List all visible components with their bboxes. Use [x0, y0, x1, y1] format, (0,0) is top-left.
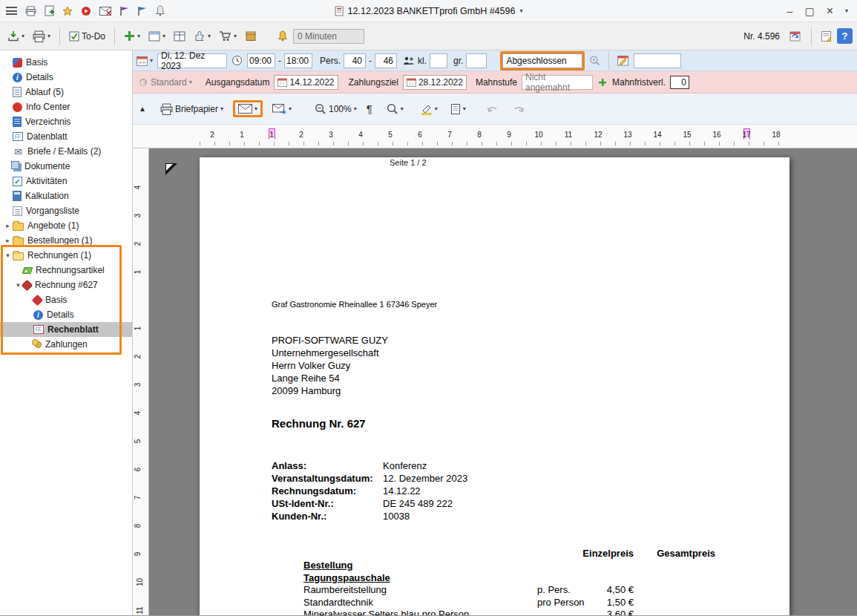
flag-blue-icon[interactable] [137, 6, 147, 16]
briefpapier-button[interactable]: Briefpapier ▾ [157, 101, 226, 117]
forward-email-button[interactable]: ▾ [269, 102, 295, 117]
chevron-right-icon[interactable]: ▸ [3, 237, 13, 244]
status-search-button[interactable] [588, 53, 602, 68]
sidebar-item-rechnung-#627[interactable]: ▾Rechnung #627 [0, 278, 132, 292]
sidebar-item-vorgangsliste[interactable]: Vorgangsliste [0, 203, 132, 218]
followup-input[interactable] [634, 53, 681, 68]
reminder-bell-button[interactable] [275, 28, 291, 44]
title-dropdown-icon[interactable]: ▾ [519, 8, 522, 14]
calendar-sync-button[interactable] [787, 28, 805, 45]
minutes-input[interactable]: 0 Minuten [293, 29, 364, 44]
chevron-right-icon[interactable]: ▸ [3, 222, 13, 229]
help-button[interactable]: ? [837, 28, 853, 44]
chevron-down-icon[interactable]: ▾ [435, 106, 438, 112]
sidebar-item-bestellungen-1[interactable]: ▸Bestellungen (1) [0, 233, 132, 248]
import-button[interactable]: ▾ [4, 28, 27, 44]
chevron-down-icon[interactable]: ▾ [150, 58, 153, 64]
note-document-button[interactable] [818, 28, 835, 45]
notification-bell-icon[interactable] [155, 5, 165, 16]
sidebar-item-rechenblatt[interactable]: Rechenblatt [0, 322, 132, 337]
window-menu-icon[interactable]: ▾ [845, 8, 848, 14]
sidebar-item-briefe-e-mails-2[interactable]: ✉Briefe / E-Mails (2) [0, 144, 132, 159]
sidebar-item-rechnungen-1[interactable]: ▾Rechnungen (1) [0, 248, 132, 263]
chevron-down-icon[interactable]: ▾ [137, 33, 140, 39]
collapse-panel-icon[interactable]: ▲ [139, 105, 146, 113]
favorites-edit-icon[interactable] [62, 6, 73, 16]
pers-to-input[interactable]: 46 [375, 53, 397, 68]
chevron-down-icon[interactable]: ▾ [220, 106, 223, 112]
maximize-button[interactable]: ▢ [804, 6, 814, 16]
pers-from-input[interactable]: 40 [344, 53, 366, 68]
sidebar-item-datenblatt[interactable]: Datenblatt [0, 129, 132, 144]
menu-icon[interactable] [6, 7, 17, 15]
chevron-down-icon[interactable]: ▾ [162, 33, 165, 39]
kl-input[interactable] [430, 53, 447, 68]
status-input[interactable]: Abgeschlossen [502, 53, 582, 68]
followup-calendar-button[interactable] [616, 53, 631, 68]
new-document-icon[interactable] [45, 5, 54, 16]
redo-button[interactable] [509, 101, 528, 117]
sidebar-item-info-center[interactable]: Info Center [0, 99, 132, 114]
time-picker-button[interactable] [230, 53, 244, 68]
add-mahnung-button[interactable] [597, 77, 608, 88]
vertical-ruler[interactable]: 43211234567891011 [133, 148, 149, 615]
formatting-marks-button[interactable]: ¶ [367, 102, 372, 115]
sidebar-item-rechnungsartikel[interactable]: Rechnungsartikel [0, 263, 132, 278]
sidebar-item-aktivitäten[interactable]: ✓Aktivitäten [0, 174, 132, 189]
minimize-button[interactable]: – [787, 6, 793, 16]
horizontal-ruler[interactable]: 21123456789101112131415161718 [133, 125, 857, 148]
chevron-down-icon[interactable]: ▾ [463, 106, 466, 112]
chevron-down-icon[interactable]: ▾ [3, 252, 13, 259]
order-cart-button[interactable]: ▾ [216, 28, 240, 44]
print-preview-icon[interactable] [25, 6, 36, 16]
chevron-down-icon[interactable]: ▾ [255, 106, 257, 112]
sidebar-item-angebote-1[interactable]: ▸Angebote (1) [0, 218, 132, 233]
split-view-button[interactable] [171, 29, 188, 44]
chevron-down-icon[interactable]: ▾ [234, 33, 237, 39]
layout-select[interactable]: Standard ▾ [137, 76, 194, 89]
time-to-input[interactable]: 18:00 [284, 53, 312, 68]
sidebar-item-basis[interactable]: Basis [0, 55, 132, 70]
chevron-down-icon[interactable]: ▾ [22, 33, 24, 39]
highlighter-button[interactable]: ▾ [418, 101, 441, 117]
zoom-control[interactable]: 100% ▾ [312, 101, 360, 117]
sidebar-item-verzeichnis[interactable]: Verzeichnis [0, 114, 132, 129]
record-icon[interactable] [81, 6, 91, 16]
window-title-group[interactable]: 12.12.2023 BANKETTprofi GmbH #4596 ▾ [335, 6, 523, 16]
chevron-down-icon[interactable]: ▾ [354, 106, 357, 112]
flag-purple-icon[interactable] [119, 6, 129, 16]
todo-button[interactable]: To-Do [66, 29, 108, 44]
form-view-button[interactable]: ▾ [145, 29, 168, 44]
send-email-button[interactable] [238, 104, 252, 114]
gr-input[interactable] [466, 53, 487, 68]
search-button[interactable]: ▾ [384, 101, 407, 117]
chevron-down-icon[interactable]: ▾ [401, 106, 404, 112]
mahnstufe-input[interactable]: Nicht angemahnt [522, 75, 593, 90]
print-button[interactable]: ▾ [30, 28, 53, 45]
mahnfrist-input[interactable]: 0 [670, 76, 689, 89]
zahlungsziel-input[interactable]: 28.12.2022 [403, 75, 467, 90]
date-picker-button[interactable]: ▾ [135, 54, 154, 68]
sidebar-item-details[interactable]: iDetails [0, 70, 132, 85]
sidebar-item-zahlungen[interactable]: Zahlungen [0, 337, 132, 352]
sidebar-item-ablauf-5[interactable]: Ablauf (5) [0, 85, 132, 99]
package-button[interactable] [242, 28, 260, 44]
chevron-down-icon[interactable]: ▾ [208, 33, 211, 39]
close-button[interactable]: × [827, 5, 833, 17]
sidebar-item-details[interactable]: iDetails [0, 307, 132, 322]
mail-close-icon[interactable] [99, 7, 111, 16]
sidebar-item-basis[interactable]: Basis [0, 292, 132, 307]
undo-button[interactable] [483, 101, 502, 117]
sidebar-item-kalkulation[interactable]: Kalkulation [0, 189, 132, 203]
chevron-down-icon[interactable]: ▾ [189, 79, 192, 85]
ausgangsdatum-input[interactable]: 14.12.2022 [274, 75, 338, 90]
invoice-page[interactable]: Seite 1 / 2 Graf Gastronomie Rheinallee … [200, 157, 789, 615]
chevron-down-icon[interactable]: ▾ [289, 106, 292, 112]
chevron-down-icon[interactable]: ▾ [47, 33, 50, 39]
time-from-input[interactable]: 09:00 [247, 53, 275, 68]
sidebar-item-dokumente[interactable]: Dokumente [0, 159, 132, 174]
export-page-button[interactable]: ▾ [447, 101, 469, 117]
modules-button[interactable]: ▾ [191, 28, 214, 45]
add-button[interactable]: ▾ [121, 28, 143, 44]
event-date-input[interactable]: Di, 12. Dez 2023 [157, 53, 227, 68]
